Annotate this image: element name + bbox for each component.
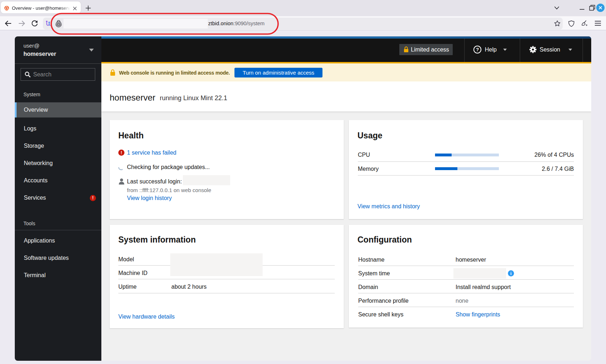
svg-text:?: ? xyxy=(476,47,479,52)
svg-text:!: ! xyxy=(121,150,122,155)
